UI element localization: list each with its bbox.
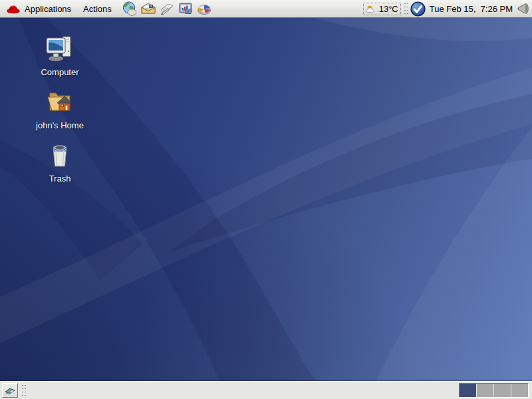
workspace-switcher bbox=[459, 383, 529, 398]
workspace-1[interactable] bbox=[460, 384, 476, 397]
actions-menu-label: Actions bbox=[83, 4, 112, 14]
update-check-icon[interactable] bbox=[410, 1, 426, 17]
web-browser-icon[interactable] bbox=[122, 1, 138, 17]
workspace-3[interactable] bbox=[493, 384, 511, 397]
panel-right-cluster: 13°C Tue Feb 15, 7:26 PM bbox=[363, 1, 532, 17]
weather-temperature: 13°C bbox=[379, 4, 398, 14]
show-desktop-button[interactable] bbox=[2, 383, 18, 398]
desktop-icon-home[interactable]: john's Home bbox=[24, 88, 96, 130]
desktop-screen: Applications Actions bbox=[0, 0, 532, 399]
show-desktop-icon bbox=[4, 385, 16, 396]
trash-can-icon bbox=[24, 141, 96, 173]
spreadsheet-chart-icon[interactable] bbox=[196, 1, 212, 17]
presentation-icon[interactable] bbox=[178, 1, 194, 17]
panel-launchers bbox=[122, 1, 212, 17]
word-processor-icon[interactable] bbox=[159, 1, 175, 17]
redhat-logo-icon bbox=[6, 3, 21, 14]
email-icon[interactable] bbox=[140, 1, 156, 17]
desktop-icon-label: Computer bbox=[24, 67, 96, 77]
desktop-icon-computer[interactable]: Computer bbox=[24, 35, 96, 77]
computer-icon bbox=[24, 35, 96, 66]
panel-drag-handle[interactable] bbox=[21, 383, 26, 398]
home-folder-icon bbox=[24, 88, 96, 120]
workspace-2[interactable] bbox=[476, 384, 493, 397]
desktop-icon-label: Trash bbox=[24, 174, 96, 184]
applications-menu[interactable]: Applications bbox=[0, 1, 77, 17]
clock-applet[interactable]: Tue Feb 15, 7:26 PM bbox=[426, 4, 517, 14]
top-panel: Applications Actions bbox=[0, 0, 532, 18]
workspace-4[interactable] bbox=[511, 384, 528, 397]
volume-icon[interactable] bbox=[517, 3, 529, 15]
applications-menu-label: Applications bbox=[25, 4, 71, 14]
desktop-icon-label: john's Home bbox=[24, 120, 96, 130]
bottom-panel bbox=[0, 381, 532, 399]
desktop-icon-trash[interactable]: Trash bbox=[24, 141, 96, 184]
applet-drag-handle[interactable] bbox=[403, 1, 408, 16]
partly-cloudy-icon bbox=[365, 4, 378, 14]
weather-applet[interactable]: 13°C bbox=[363, 3, 401, 15]
desktop-workspace[interactable]: Computer john's Home bbox=[0, 18, 532, 381]
actions-menu[interactable]: Actions bbox=[77, 1, 118, 17]
